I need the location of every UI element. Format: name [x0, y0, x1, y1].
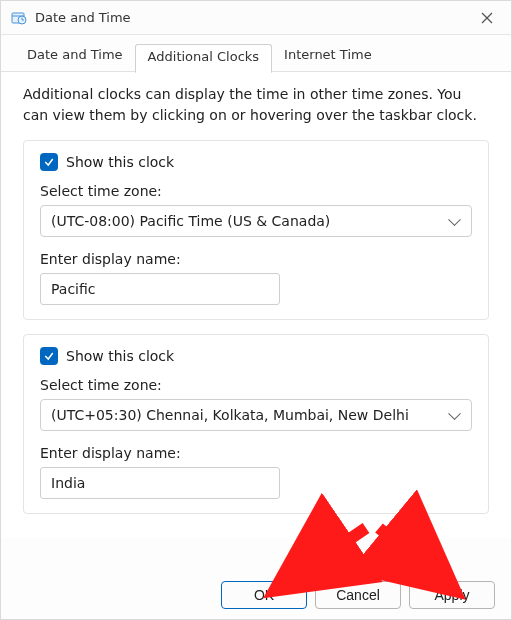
clock-calendar-icon	[11, 10, 27, 26]
clock-1-name-label: Enter display name:	[40, 251, 472, 267]
clock-2-tz-select[interactable]: (UTC+05:30) Chennai, Kolkata, Mumbai, Ne…	[40, 399, 472, 431]
clock-2-name-label: Enter display name:	[40, 445, 472, 461]
clock-1-tz-select[interactable]: (UTC-08:00) Pacific Time (US & Canada)	[40, 205, 472, 237]
close-button[interactable]	[471, 1, 503, 34]
clock-1-show-checkbox[interactable]	[40, 153, 58, 171]
window-title: Date and Time	[35, 10, 131, 25]
apply-button[interactable]: Apply	[409, 581, 495, 609]
clock-1-show-label: Show this clock	[66, 154, 174, 170]
clock-2-name-input[interactable]	[40, 467, 280, 499]
checkmark-icon	[43, 156, 55, 168]
window-date-and-time: Date and Time Date and Time Additional C…	[0, 0, 512, 620]
clock-2-show-label: Show this clock	[66, 348, 174, 364]
clock-2-tz-label: Select time zone:	[40, 377, 472, 393]
close-icon	[481, 12, 493, 24]
clock-2-group: Show this clock Select time zone: (UTC+0…	[23, 334, 489, 514]
clock-1-tz-value: (UTC-08:00) Pacific Time (US & Canada)	[51, 213, 330, 229]
titlebar: Date and Time	[1, 1, 511, 35]
ok-button[interactable]: OK	[221, 581, 307, 609]
tab-internet-time[interactable]: Internet Time	[272, 43, 384, 71]
description-text: Additional clocks can display the time i…	[23, 84, 489, 126]
tab-panel-additional-clocks: Additional clocks can display the time i…	[1, 72, 511, 538]
clock-1-group: Show this clock Select time zone: (UTC-0…	[23, 140, 489, 320]
checkmark-icon	[43, 350, 55, 362]
tab-strip: Date and Time Additional Clocks Internet…	[1, 35, 511, 72]
dialog-buttons: OK Cancel Apply	[221, 581, 495, 609]
tab-date-and-time[interactable]: Date and Time	[15, 43, 135, 71]
clock-2-show-checkbox[interactable]	[40, 347, 58, 365]
cancel-button[interactable]: Cancel	[315, 581, 401, 609]
clock-1-tz-label: Select time zone:	[40, 183, 472, 199]
clock-2-tz-value: (UTC+05:30) Chennai, Kolkata, Mumbai, Ne…	[51, 407, 409, 423]
clock-1-name-input[interactable]	[40, 273, 280, 305]
tab-additional-clocks[interactable]: Additional Clocks	[135, 44, 272, 73]
